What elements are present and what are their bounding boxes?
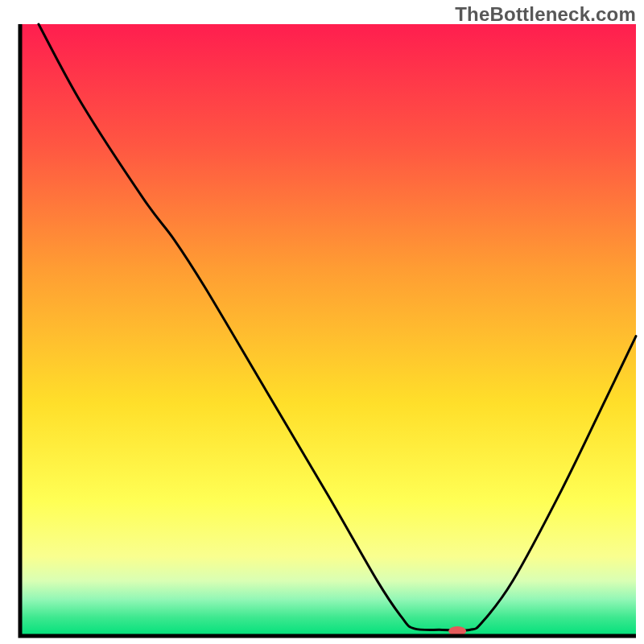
watermark-text: TheBottleneck.com — [455, 3, 636, 26]
bottleneck-chart — [0, 0, 644, 644]
chart-container: { "watermark": "TheBottleneck.com", "cha… — [0, 0, 644, 644]
chart-background — [20, 24, 636, 636]
